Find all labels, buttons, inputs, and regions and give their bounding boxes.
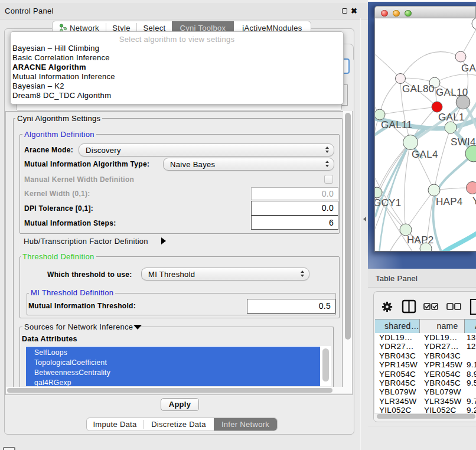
svg-text:GCY1: GCY1 [375, 197, 402, 208]
svg-text:GAL80: GAL80 [402, 83, 434, 94]
svg-text:GAL1: GAL1 [438, 112, 465, 123]
svg-text:GAL4: GAL4 [412, 149, 438, 160]
svg-text:Y: Y [472, 195, 476, 207]
svg-text:HAP4: HAP4 [436, 196, 463, 207]
svg-text:GAL11: GAL11 [381, 119, 412, 131]
svg-text:HAP2: HAP2 [407, 234, 434, 246]
svg-text:GAL2: GAL2 [461, 63, 476, 74]
svg-text:GAL10: GAL10 [436, 87, 468, 98]
svg-text:SWI4: SWI4 [451, 136, 476, 148]
